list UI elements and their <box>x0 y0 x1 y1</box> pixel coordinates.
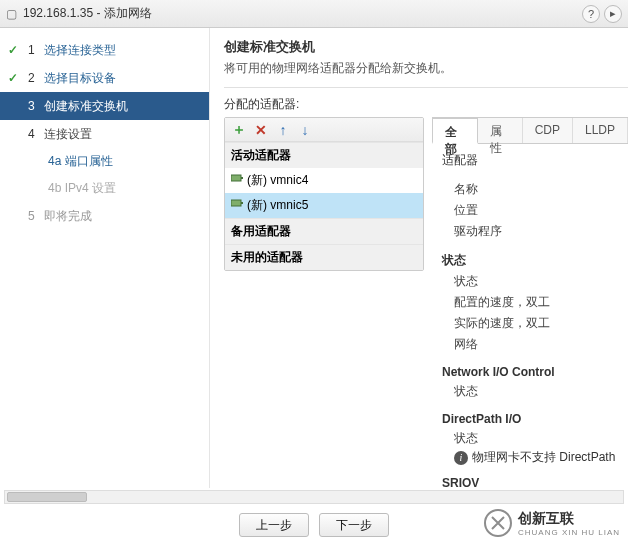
check-icon: ✓ <box>8 70 18 86</box>
brand-watermark: 创新互联 CHUANG XIN HU LIAN <box>484 509 620 537</box>
step-num: 5 <box>28 209 35 223</box>
tab-body: 适配器 名称 位置 驱动程序 状态 状态 配置的速度，双工 实际的速度，双工 网… <box>432 144 628 500</box>
wizard-step-2[interactable]: ✓ 2 选择目标设备 <box>0 64 209 92</box>
substep-label: IPv4 设置 <box>65 181 116 195</box>
wizard-substep-4b: 4b IPv4 设置 <box>0 175 209 202</box>
dp-status-label: 状态 <box>442 428 618 449</box>
content-pane: 创建标准交换机 将可用的物理网络适配器分配给新交换机。 分配的适配器: ＋ ✕ … <box>210 28 628 488</box>
divider <box>224 87 628 88</box>
host-icon: ▢ <box>6 7 17 21</box>
step-label: 即将完成 <box>44 209 92 223</box>
remove-adapter-button[interactable]: ✕ <box>253 122 269 138</box>
titlebar: ▢ 192.168.1.35 - 添加网络 ? ▸ <box>0 0 628 28</box>
wizard-step-3[interactable]: 3 创建标准交换机 <box>0 92 209 120</box>
next-button[interactable]: 下一步 <box>319 513 389 537</box>
svg-rect-0 <box>231 175 241 181</box>
status-group: 状态 <box>442 252 618 269</box>
window-title: 192.168.1.35 - 添加网络 <box>23 5 152 22</box>
brand-name-pinyin: CHUANG XIN HU LIAN <box>518 528 620 537</box>
standby-adapters-header: 备用适配器 <box>225 218 423 244</box>
step-num: 4 <box>28 127 35 141</box>
driver-label: 驱动程序 <box>442 221 618 242</box>
wizard-nav: ✓ 1 选择连接类型 ✓ 2 选择目标设备 3 创建标准交换机 4 连接设置 4… <box>0 28 210 488</box>
step-label: 选择目标设备 <box>44 71 116 85</box>
svg-rect-3 <box>241 202 243 204</box>
info-icon: i <box>454 451 468 465</box>
svg-rect-1 <box>241 177 243 179</box>
step-num: 3 <box>28 99 35 113</box>
nic-icon <box>231 197 243 211</box>
tab-strip: 全部 属性 CDP LLDP <box>432 118 628 144</box>
dp-info-text: 物理网卡不支持 DirectPath <box>472 449 615 466</box>
network-label: 网络 <box>442 334 618 355</box>
adapter-row-vmnic4[interactable]: (新) vmnic4 <box>225 168 423 193</box>
adapter-toolbar: ＋ ✕ ↑ ↓ <box>225 118 423 142</box>
scrollbar-thumb[interactable] <box>7 492 87 502</box>
adapter-label: (新) vmnic5 <box>247 198 308 212</box>
nioc-group: Network I/O Control <box>442 365 618 379</box>
cfg-speed-label: 配置的速度，双工 <box>442 292 618 313</box>
step-label: 选择连接类型 <box>44 43 116 57</box>
wizard-step-1[interactable]: ✓ 1 选择连接类型 <box>0 36 209 64</box>
substep-label: 端口属性 <box>65 154 113 168</box>
svg-rect-2 <box>231 200 241 206</box>
tab-lldp[interactable]: LLDP <box>573 118 628 143</box>
step-label: 连接设置 <box>44 127 92 141</box>
act-speed-label: 实际的速度，双工 <box>442 313 618 334</box>
check-icon: ✓ <box>8 42 18 58</box>
location-label: 位置 <box>442 200 618 221</box>
brand-name-cn: 创新互联 <box>518 510 620 528</box>
sriov-group: SRIOV <box>442 476 618 490</box>
nioc-status-label: 状态 <box>442 381 618 402</box>
directpath-group: DirectPath I/O <box>442 412 618 426</box>
properties-pane: 全部 属性 CDP LLDP 适配器 名称 位置 驱动程序 状态 状态 配 <box>432 117 628 500</box>
unused-adapters-header: 未用的适配器 <box>225 244 423 270</box>
move-down-button[interactable]: ↓ <box>297 122 313 138</box>
assigned-adapters-label: 分配的适配器: <box>224 96 628 113</box>
wizard-substep-4a[interactable]: 4a 端口属性 <box>0 148 209 175</box>
tab-all[interactable]: 全部 <box>432 118 478 144</box>
nic-icon <box>231 172 243 186</box>
tab-cdp[interactable]: CDP <box>523 118 573 143</box>
step-label: 创建标准交换机 <box>44 99 128 113</box>
dp-info: i 物理网卡不支持 DirectPath <box>442 449 618 466</box>
step-num: 2 <box>28 71 35 85</box>
expand-icon[interactable]: ▸ <box>604 5 622 23</box>
name-label: 名称 <box>442 179 618 200</box>
substep-id: 4a <box>48 154 61 168</box>
step-num: 1 <box>28 43 35 57</box>
substep-id: 4b <box>48 181 61 195</box>
main-area: ✓ 1 选择连接类型 ✓ 2 选择目标设备 3 创建标准交换机 4 连接设置 4… <box>0 28 628 488</box>
add-adapter-button[interactable]: ＋ <box>231 122 247 138</box>
tab-properties[interactable]: 属性 <box>478 118 523 143</box>
status-label: 状态 <box>442 271 618 292</box>
adapter-row-vmnic5[interactable]: (新) vmnic5 <box>225 193 423 218</box>
adapter-panel: ＋ ✕ ↑ ↓ 活动适配器 (新) vmnic4 (新) vmnic5 <box>224 117 424 271</box>
horizontal-scrollbar[interactable] <box>4 490 624 504</box>
move-up-button[interactable]: ↑ <box>275 122 291 138</box>
content-subheader: 将可用的物理网络适配器分配给新交换机。 <box>224 60 628 77</box>
adapter-section-label: 适配器 <box>442 152 618 169</box>
active-adapters-header: 活动适配器 <box>225 142 423 168</box>
adapter-label: (新) vmnic4 <box>247 173 308 187</box>
help-icon[interactable]: ? <box>582 5 600 23</box>
content-header: 创建标准交换机 <box>224 38 628 56</box>
back-button[interactable]: 上一步 <box>239 513 309 537</box>
brand-logo-icon <box>484 509 512 537</box>
wizard-step-5[interactable]: 5 即将完成 <box>0 202 209 230</box>
wizard-step-4[interactable]: 4 连接设置 <box>0 120 209 148</box>
